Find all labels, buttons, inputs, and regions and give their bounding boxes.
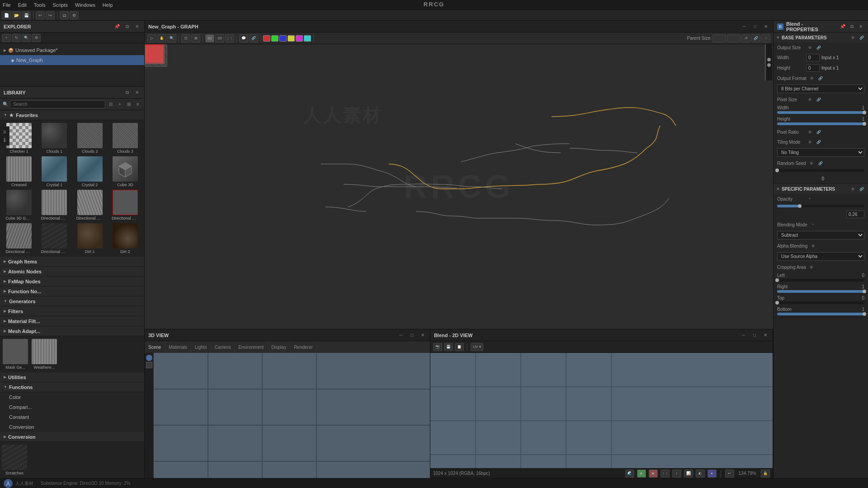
blending-mode-icon[interactable]: * — [809, 221, 816, 228]
pixel-ratio-icon2[interactable]: 🔗 — [815, 128, 822, 136]
props-float[interactable]: ⧉ — [848, 23, 855, 30]
func-color[interactable]: Color — [0, 392, 144, 402]
gt-frame[interactable]: ⊞ — [191, 34, 200, 42]
gt-comment[interactable]: 💬 — [239, 34, 248, 42]
list-view-icon[interactable]: ≡ — [134, 101, 142, 108]
view-3d-float[interactable]: □ — [408, 332, 415, 339]
tiling-mode-select[interactable]: No Tiling H and V Horizontal Vertical — [777, 148, 864, 157]
props-btn[interactable]: ⚙ — [70, 11, 79, 19]
random-seed-icon2[interactable]: 🔗 — [817, 160, 824, 167]
alpha-blending-icon[interactable]: ⚙ — [809, 242, 816, 249]
gt-reset[interactable]: ↺ — [741, 34, 750, 42]
search-input[interactable] — [10, 100, 105, 108]
node-vbr2[interactable] — [145, 44, 164, 63]
v2d-icon3[interactable]: ■ — [649, 469, 658, 478]
v2d-icon2[interactable]: ■ — [637, 469, 646, 478]
opacity-icon[interactable]: * — [806, 195, 813, 202]
fxmap-nodes-header[interactable]: ▶ FxMap Nodes — [0, 277, 144, 286]
menu-help[interactable]: Help — [103, 2, 113, 8]
save-btn[interactable]: 💾 — [22, 11, 31, 19]
output-size-reset[interactable]: ⚙ — [806, 44, 813, 51]
tab-renderer[interactable]: Renderer — [290, 341, 317, 353]
gt-export[interactable]: ↑ — [761, 34, 770, 42]
output-format-icon1[interactable]: ⚙ — [808, 75, 815, 82]
v2d-icon4[interactable]: ⋮⋮ — [660, 469, 670, 478]
v2d-copy[interactable]: 📋 — [455, 343, 464, 351]
v2d-icon6[interactable]: 📊 — [684, 469, 693, 478]
library-close[interactable]: ✕ — [133, 89, 141, 96]
v2d-icon9[interactable]: ↩ — [725, 469, 734, 478]
gt-2d[interactable]: 2D — [215, 34, 224, 42]
v2d-camera[interactable]: 📷 — [433, 343, 442, 351]
undo-btn[interactable]: ↩ — [36, 11, 45, 19]
gt-fit[interactable]: ⊡ — [181, 34, 190, 42]
menu-scripts[interactable]: Scripts — [52, 2, 68, 8]
gt-parent-h[interactable] — [727, 34, 741, 42]
opacity-input[interactable] — [846, 211, 864, 218]
tiling-mode-icon2[interactable]: 🔗 — [815, 138, 822, 145]
gt-color-green[interactable] — [271, 35, 278, 42]
tab-materials[interactable]: Materials — [165, 341, 191, 353]
func-constant[interactable]: Constant — [0, 412, 144, 422]
thumb-mask-ge[interactable]: Mask Ge... — [2, 338, 29, 371]
explorer-close[interactable]: ✕ — [133, 23, 141, 30]
filter-icon[interactable]: ⊟ — [107, 101, 114, 108]
menu-windows[interactable]: Windows — [75, 2, 95, 8]
exp-settings-btn[interactable]: ⚙ — [32, 34, 41, 42]
exp-refresh-btn[interactable]: ↻ — [12, 34, 21, 42]
filters-header[interactable]: ▶ Filters — [0, 306, 144, 316]
gt-link2[interactable]: 🔗 — [751, 34, 760, 42]
pixel-height-slider[interactable] — [777, 122, 864, 125]
side-icon-2[interactable]: ℹ — [1, 136, 8, 144]
pixel-size-icon2[interactable]: 🔗 — [815, 96, 822, 103]
crop-bottom-slider[interactable] — [777, 313, 864, 315]
gt-link[interactable]: 🔗 — [249, 34, 258, 42]
menu-tools[interactable]: Tools — [34, 2, 46, 8]
conversion-header[interactable]: ▶ Conversion — [0, 432, 144, 442]
thumb-weathered[interactable]: Weathere... — [31, 338, 58, 371]
gt-color-magenta[interactable] — [296, 35, 303, 42]
blending-mode-select[interactable]: Subtract Normal Add Multiply Screen — [777, 231, 864, 239]
gt-color-blue[interactable] — [279, 35, 287, 42]
view-2d-float[interactable]: □ — [751, 332, 758, 339]
utilities-header[interactable]: ▶ Utilities — [0, 372, 144, 382]
thumb-crystal2[interactable]: Crystal 2 — [73, 155, 107, 188]
pixel-width-slider[interactable] — [777, 111, 864, 114]
gt-color-red[interactable] — [263, 35, 270, 42]
specific-params-icon1[interactable]: ⚙ — [849, 185, 856, 192]
thumb-creased[interactable]: Creased — [2, 155, 36, 188]
thumb-dirt2[interactable]: Dirt 2 — [108, 222, 142, 255]
explorer-btn[interactable]: 🗂 — [60, 11, 69, 19]
grid-view-icon[interactable]: ⊞ — [125, 101, 132, 108]
new-btn[interactable]: 📄 — [2, 11, 11, 19]
tab-display[interactable]: Display — [268, 341, 290, 353]
gt-zoom[interactable]: 🔍 — [167, 34, 176, 42]
graph-canvas[interactable]: RRCG — [145, 44, 773, 329]
thumb-dir-noise2[interactable]: Directional Noise 2 — [73, 189, 107, 221]
view-2d-content[interactable] — [430, 353, 773, 468]
view-2d-pin[interactable]: ─ — [740, 332, 747, 339]
view-3d-pin[interactable]: ─ — [397, 332, 405, 339]
output-height-input[interactable] — [806, 64, 820, 72]
side-icon-1[interactable]: ≡ — [1, 128, 8, 136]
func-compari[interactable]: Compari... — [0, 402, 144, 412]
gt-color-cyan[interactable] — [304, 35, 311, 42]
library-float[interactable]: ⧉ — [123, 89, 131, 96]
random-seed-slider[interactable] — [777, 169, 864, 172]
specific-params-header[interactable]: ▼ SPECIFIC PARAMETERS ⚙ 🔗 — [774, 184, 868, 194]
v2d-uv[interactable]: UV ▾ — [471, 343, 483, 351]
open-btn[interactable]: 📂 — [12, 11, 21, 19]
tree-unsaved-package[interactable]: ▶ 📦 Unsaved Package* — [0, 45, 144, 55]
props-close[interactable]: ✕ — [857, 23, 864, 30]
specific-params-icon2[interactable]: 🔗 — [858, 185, 865, 192]
opacity-slider[interactable] — [777, 205, 864, 207]
random-seed-icon1[interactable]: ⚙ — [808, 160, 815, 167]
thumb-clouds2[interactable]: Clouds 2 — [73, 122, 107, 155]
mesh-adapt-header[interactable]: ▶ Mesh Adapt... — [0, 326, 144, 336]
graph-minimize[interactable]: ─ — [741, 23, 748, 30]
v2d-icon5[interactable]: ↕ — [672, 469, 681, 478]
material-filt-header[interactable]: ▶ Material Filt... — [0, 316, 144, 326]
graph-items-header[interactable]: ▶ Graph Items — [0, 257, 144, 267]
v2d-save[interactable]: 💾 — [444, 343, 453, 351]
explorer-float[interactable]: ⧉ — [123, 23, 131, 30]
